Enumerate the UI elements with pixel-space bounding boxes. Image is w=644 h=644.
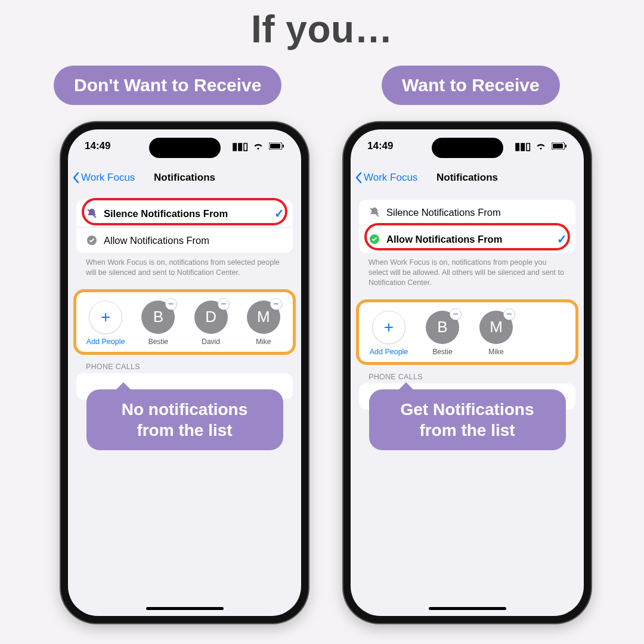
person-name: Bestie (419, 348, 466, 356)
checkmark-icon: ✓ (274, 206, 284, 221)
row-silence-label: Silence Notifications From (386, 207, 567, 218)
svg-rect-5 (553, 144, 563, 148)
nav-title: Notifications (436, 172, 498, 184)
dynamic-island (149, 138, 221, 158)
phone-mockup-right: 14:49 ▮▮▯ Work Focus Notifications (343, 122, 591, 623)
plus-icon: + (372, 311, 405, 344)
add-people-label: Add People (365, 348, 413, 356)
wifi-icon (253, 141, 267, 152)
person-chip[interactable]: − M Mike (240, 301, 287, 346)
row-silence-label: Silence Notifications From (104, 208, 274, 219)
nav-title: Notifications (154, 172, 215, 184)
battery-icon (552, 141, 567, 152)
row-silence[interactable]: Silence Notifications From (359, 200, 575, 225)
notification-mode-group: Silence Notifications From Allow Notific… (359, 200, 575, 253)
person-chip[interactable]: − D David (188, 301, 234, 346)
back-button[interactable]: Work Focus (72, 172, 135, 184)
row-allow[interactable]: Allow Notifications From ✓ (359, 225, 575, 253)
row-allow-label: Allow Notifications From (386, 234, 557, 245)
cellular-icon: ▮▮▯ (232, 141, 248, 152)
back-label: Work Focus (364, 172, 417, 184)
person-name: Bestie (135, 338, 181, 346)
nav-bar: Work Focus Notifications (68, 165, 301, 190)
add-people-label: Add People (82, 338, 129, 346)
dynamic-island (432, 138, 503, 158)
page-heading: If you… (251, 7, 393, 51)
status-icons: ▮▮▯ (230, 140, 284, 153)
row-allow[interactable]: Allow Notifications From (76, 227, 293, 253)
person-name: David (188, 338, 234, 346)
people-box: + Add People − B Bestie − D David − M Mi… (76, 292, 293, 352)
bell-slash-icon (85, 208, 99, 219)
notification-mode-group: Silence Notifications From ✓ Allow Notif… (76, 200, 293, 253)
person-name: Mike (472, 348, 520, 356)
pill-want: Want to Receive (382, 66, 560, 105)
remove-icon[interactable]: − (503, 308, 515, 320)
row-allow-label: Allow Notifications From (104, 235, 284, 246)
phone-mockup-left: 14:49 ▮▮▯ Work Focus Notifications (61, 122, 308, 623)
chevron-left-icon (72, 172, 80, 184)
footnote: When Work Focus is on, notifications fro… (76, 253, 293, 278)
battery-icon (269, 141, 284, 152)
bell-slash-icon (367, 206, 382, 218)
screen-left: 14:49 ▮▮▯ Work Focus Notifications (68, 129, 301, 616)
callout-bubble: Get Notifications from the list (369, 389, 566, 450)
badge-check-icon (367, 233, 382, 245)
checkmark-icon: ✓ (557, 232, 567, 246)
pill-dont-want: Don't Want to Receive (54, 66, 281, 105)
person-name: Mike (240, 338, 287, 346)
footnote: When Work Focus is on, notifications fro… (359, 253, 575, 288)
add-people-button[interactable]: + Add People (82, 301, 129, 346)
status-icons: ▮▮▯ (512, 140, 567, 153)
svg-rect-6 (565, 145, 566, 148)
back-label: Work Focus (81, 172, 135, 184)
person-chip[interactable]: − B Bestie (135, 301, 181, 346)
callout-bubble: No notifications from the list (86, 389, 283, 450)
remove-icon[interactable]: − (450, 308, 462, 320)
svg-rect-1 (270, 144, 280, 148)
section-header-phone-calls: PHONE CALLS (369, 373, 575, 381)
badge-check-icon (85, 234, 99, 246)
screen-right: 14:49 ▮▮▯ Work Focus Notifications (351, 129, 584, 616)
status-time: 14:49 (85, 140, 110, 153)
row-silence[interactable]: Silence Notifications From ✓ (76, 200, 293, 227)
cellular-icon: ▮▮▯ (515, 141, 531, 152)
wifi-icon (535, 141, 549, 152)
remove-icon[interactable]: − (270, 298, 282, 310)
back-button[interactable]: Work Focus (354, 172, 417, 184)
nav-bar: Work Focus Notifications (351, 165, 584, 190)
status-time: 14:49 (367, 140, 393, 153)
home-indicator (146, 607, 224, 610)
add-people-button[interactable]: + Add People (365, 311, 413, 356)
person-chip[interactable]: − M Mike (472, 311, 520, 356)
home-indicator (429, 607, 506, 610)
remove-icon[interactable]: − (165, 298, 177, 310)
people-box: + Add People − B Bestie − M Mike (359, 302, 575, 362)
plus-icon: + (89, 301, 122, 334)
section-header-phone-calls: PHONE CALLS (86, 363, 293, 371)
svg-rect-2 (283, 145, 284, 148)
chevron-left-icon (354, 172, 363, 184)
remove-icon[interactable]: − (218, 298, 230, 310)
person-chip[interactable]: − B Bestie (419, 311, 466, 356)
